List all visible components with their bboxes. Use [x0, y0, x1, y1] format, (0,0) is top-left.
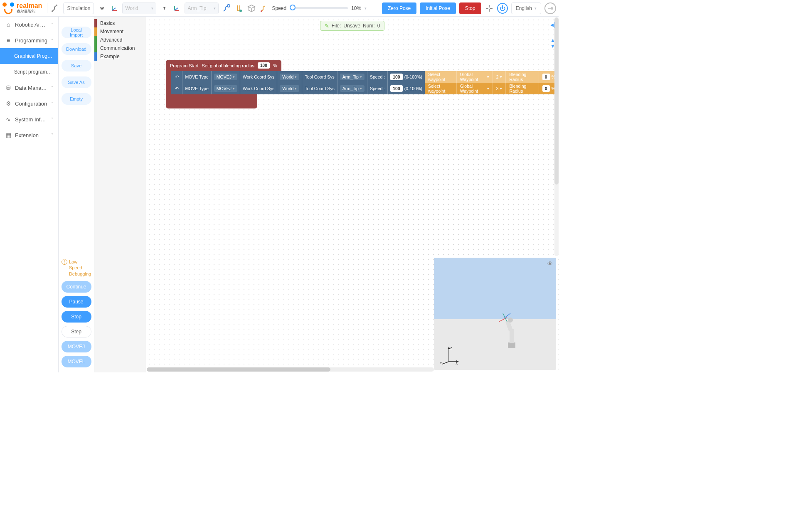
- nav-icon: ≡: [5, 37, 12, 44]
- svg-point-10: [261, 10, 262, 12]
- category-color-bar: [94, 19, 97, 27]
- initial-pose-button[interactable]: Initial Pose: [420, 2, 456, 14]
- wp-type-select[interactable]: Global Waypoint ▾: [457, 83, 493, 94]
- blend-unit: %: [273, 63, 277, 68]
- work-cs-select[interactable]: World ▾: [280, 85, 299, 92]
- run-button[interactable]: MOVEJ: [62, 341, 91, 352]
- speed-value[interactable]: 10%: [351, 5, 361, 11]
- category-label: Communication: [100, 45, 135, 51]
- waypoint-tail[interactable]: Select waypointGlobal Waypoint ▾3 ▾Blend…: [425, 83, 559, 94]
- speed-label: Speed :: [370, 86, 385, 91]
- program-start-footer[interactable]: [166, 94, 257, 108]
- category-label: Example: [100, 54, 120, 59]
- nav-item[interactable]: Script programm…: [0, 64, 58, 80]
- run-button[interactable]: Stop: [62, 311, 91, 323]
- speed-input[interactable]: 100: [390, 74, 403, 80]
- nav-item[interactable]: ⛁Data Management˅: [0, 80, 58, 96]
- robot-mode-icon[interactable]: [51, 4, 60, 13]
- category-item[interactable]: Basics: [94, 19, 146, 27]
- tool-frame-icon[interactable]: [172, 4, 181, 13]
- blend-value-input[interactable]: 100: [258, 62, 270, 69]
- run-button[interactable]: Pause: [62, 296, 91, 308]
- fileop-button[interactable]: Download: [62, 43, 91, 55]
- blockly-workspace[interactable]: ✎ File: Unsave Num: 0 ◂| ▲▼ Program Star…: [146, 17, 559, 372]
- undo-icon[interactable]: ↶: [174, 86, 180, 91]
- nav-label: Script programm…: [14, 69, 53, 75]
- speed-label: Speed :: [370, 74, 385, 79]
- visibility-icon[interactable]: 👁: [547, 260, 553, 267]
- nav-item[interactable]: ▦Extension˅: [0, 127, 58, 143]
- chevron-down-icon[interactable]: ▾: [365, 6, 367, 10]
- workspace-scrollbar-vertical[interactable]: [554, 17, 559, 256]
- category-item[interactable]: Example: [94, 52, 146, 61]
- category-label: Advanced: [100, 37, 122, 43]
- slider-thumb[interactable]: [290, 5, 296, 10]
- category-item[interactable]: Advanced: [94, 36, 146, 44]
- category-item[interactable]: Movement: [94, 27, 146, 36]
- svg-text:Y: Y: [440, 361, 442, 365]
- work-cs-select[interactable]: World ▾: [280, 74, 299, 80]
- speed-input[interactable]: 100: [390, 85, 403, 92]
- crosshair-icon[interactable]: [485, 4, 494, 13]
- wp-type-select[interactable]: Global Waypoint ▾: [457, 71, 493, 83]
- nav-item[interactable]: Graphical Progr…: [0, 48, 58, 64]
- workspace-scrollbar-horizontal[interactable]: [147, 367, 434, 372]
- brand-logo: realman 睿尔曼智能: [2, 2, 42, 14]
- waypoint-tail[interactable]: Select waypointGlobal Waypoint ▾2 ▾Blend…: [425, 71, 559, 83]
- separator: [47, 3, 47, 13]
- chevron-icon: ˅: [51, 101, 53, 106]
- nav-item[interactable]: ∿System Informat…˅: [0, 111, 58, 127]
- toolbar-icon-2[interactable]: [234, 4, 244, 13]
- logout-icon[interactable]: ⇥: [544, 2, 556, 14]
- br-input[interactable]: 0: [542, 85, 550, 92]
- run-button[interactable]: MOVEL: [62, 356, 91, 367]
- undo-icon[interactable]: ↶: [174, 74, 180, 80]
- nav-item[interactable]: ⌂Robotic Arm Tea…˅: [0, 17, 58, 32]
- run-button[interactable]: Step: [62, 326, 91, 337]
- move-block[interactable]: ↶MOVE TypeMOVEJ ▾Work Coord SysWorld ▾To…: [171, 71, 425, 83]
- power-icon[interactable]: ⏻: [497, 3, 508, 14]
- 3d-preview-panel[interactable]: 👁 Z X Y: [434, 258, 556, 370]
- move-type-label: MOVE Type: [185, 74, 208, 79]
- tool-frame-select[interactable]: Arm_Tip▾: [185, 2, 219, 14]
- move-block[interactable]: ↶MOVE TypeMOVEJ ▾Work Coord SysWorld ▾To…: [171, 83, 425, 94]
- file-status-badge: ✎ File: Unsave Num: 0: [320, 21, 385, 31]
- wp-index-select[interactable]: 3 ▾: [493, 83, 506, 94]
- left-nav: ⌂Robotic Arm Tea…˅≡Programming˄Graphical…: [0, 17, 59, 372]
- speed-slider[interactable]: [290, 7, 348, 9]
- work-frame-select[interactable]: World▾: [122, 2, 156, 14]
- chevron-down-icon: ▾: [151, 6, 153, 10]
- work-cs-label: Work Coord Sys: [243, 86, 274, 91]
- chevron-icon: ˅: [51, 133, 53, 138]
- move-type-select[interactable]: MOVEJ ▾: [214, 85, 237, 92]
- toolbar-icon-1[interactable]: [222, 4, 231, 13]
- fileop-button[interactable]: Save As: [62, 76, 91, 88]
- zero-pose-button[interactable]: Zero Pose: [382, 2, 416, 14]
- program-root-block[interactable]: Program Start Set global blending radius…: [166, 60, 559, 108]
- move-type-select[interactable]: MOVEJ ▾: [214, 74, 237, 80]
- program-start-header[interactable]: Program Start Set global blending radius…: [166, 60, 281, 71]
- file-num-label: Num:: [363, 23, 375, 29]
- nav-item[interactable]: ≡Programming˄: [0, 32, 58, 48]
- nav-icon: ⌂: [5, 21, 12, 28]
- file-ops-panel: Local ImportDownloadSaveSave AsEmpty ! L…: [59, 17, 94, 372]
- wp-prompt: Select waypoint: [425, 71, 457, 83]
- fileop-button[interactable]: Empty: [62, 93, 91, 105]
- low-speed-warning: ! Low Speed Debugging: [58, 259, 94, 277]
- tool-cs-select[interactable]: Arm_Tip ▾: [340, 74, 365, 80]
- wp-index-select[interactable]: 2 ▾: [493, 71, 506, 83]
- chevron-icon: ˅: [51, 22, 53, 27]
- category-item[interactable]: Communication: [94, 44, 146, 52]
- work-frame-icon[interactable]: [110, 4, 119, 13]
- cube-icon[interactable]: [247, 4, 256, 13]
- fileop-button[interactable]: Save: [62, 60, 91, 71]
- fileop-button[interactable]: Local Import: [62, 27, 91, 38]
- edit-icon: ✎: [325, 23, 329, 29]
- nav-item[interactable]: ⚙Configuration˅: [0, 96, 58, 111]
- language-select[interactable]: English ▾: [511, 2, 541, 14]
- mode-label: Simulation: [64, 5, 94, 11]
- br-input[interactable]: 0: [542, 74, 550, 80]
- run-button[interactable]: Continue: [62, 281, 91, 293]
- stop-button[interactable]: Stop: [459, 2, 481, 14]
- tool-cs-select[interactable]: Arm_Tip ▾: [340, 85, 365, 92]
